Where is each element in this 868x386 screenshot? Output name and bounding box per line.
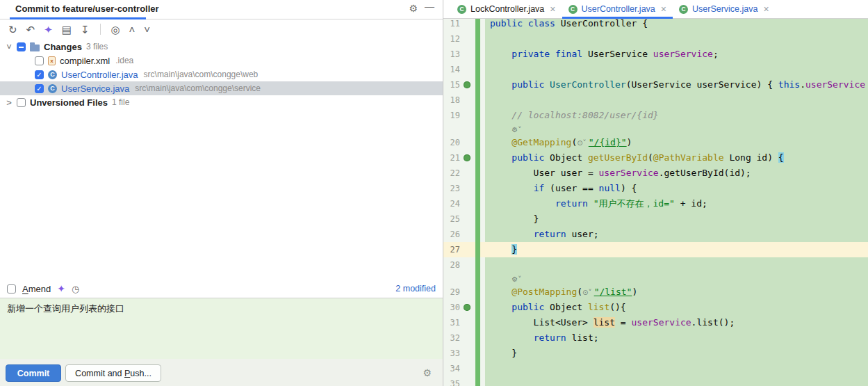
code-line[interactable]: 21 public Object getUserById(@PathVariab… [443, 150, 868, 166]
code-text[interactable]: User user = userService.getUserById(id); [485, 166, 868, 181]
code-text[interactable]: } [485, 242, 868, 257]
line-number: 24 [443, 196, 460, 211]
code-line[interactable]: 12 [443, 31, 868, 47]
shelve-icon[interactable]: ↧ [81, 24, 90, 35]
code-text[interactable]: public class UserController { [485, 19, 868, 31]
code-line[interactable]: 32 return list; [443, 330, 868, 346]
code-text[interactable]: public Object getUserById(@PathVariable … [485, 150, 868, 166]
code-text[interactable]: List<User> list = userService.list(); [485, 315, 868, 330]
code-line[interactable]: 26 return user; [443, 227, 868, 242]
code-text[interactable]: public Object list(){ [485, 300, 868, 315]
code-text[interactable]: ⚙˅ [485, 273, 868, 284]
expand-all-icon[interactable]: ˄ [129, 24, 136, 35]
refresh-icon[interactable]: ↻ [8, 24, 17, 35]
code-line[interactable]: 19 // localhost:8082/user/{id} [443, 108, 868, 123]
settings-gear-icon[interactable]: ⚙ [409, 3, 418, 14]
code-line[interactable]: 15 public UserController(UserService use… [443, 77, 868, 93]
url-inlay-icon[interactable]: ⚙˅ [511, 275, 521, 283]
editor-tab[interactable]: CLockController.java× [451, 0, 562, 18]
hide-toolwindow-icon[interactable]: — [425, 1, 434, 12]
request-mapping-gutter-icon[interactable] [460, 300, 474, 315]
code-text[interactable]: return user; [485, 227, 868, 242]
code-line[interactable]: 28 [443, 257, 868, 273]
inlay-hint-row[interactable]: ⚙˅ [443, 123, 868, 135]
commit-button[interactable]: Commit [6, 364, 61, 382]
url-inlay-icon[interactable]: ⊙˅ [582, 289, 594, 296]
code-line[interactable]: 11public class UserController { [443, 19, 868, 31]
close-tab-icon[interactable]: × [661, 4, 666, 14]
url-inlay-icon[interactable]: ⚙˅ [511, 126, 521, 134]
code-line[interactable]: 27 } [443, 242, 868, 257]
modified-files-link[interactable]: 2 modified [395, 284, 436, 293]
unversioned-files-node[interactable]: ˃ Unversioned Files 1 file [0, 95, 443, 109]
code-line[interactable]: 34 [443, 361, 868, 376]
code-text[interactable]: if (user == null) { [485, 181, 868, 196]
url-inlay-icon[interactable]: ⊙˅ [577, 139, 589, 147]
file-row[interactable]: CUserService.javasrc\main\java\com\congg… [0, 81, 443, 95]
chevron-right-icon[interactable]: ˃ [6, 97, 13, 108]
code-line[interactable]: 30 public Object list(){ [443, 300, 868, 315]
inlay-hint-row[interactable]: ⚙˅ [443, 273, 868, 284]
code-text[interactable] [485, 62, 868, 77]
file-row[interactable]: CUserController.javasrc\main\java\com\co… [0, 67, 443, 81]
commit-message-input[interactable]: 新增一个查询用户列表的接口 [7, 303, 436, 315]
chevron-down-icon[interactable]: ˅ [6, 42, 13, 52]
code-line[interactable]: 13 private final UserService userService… [443, 47, 868, 62]
code-text[interactable] [485, 361, 868, 376]
file-checkbox[interactable] [35, 84, 44, 93]
line-number: 20 [443, 135, 460, 150]
request-mapping-gutter-icon[interactable] [460, 150, 474, 166]
file-checkbox[interactable] [35, 56, 44, 65]
code-text[interactable]: } [485, 211, 868, 227]
rollback-icon[interactable]: ↶ [26, 24, 35, 35]
code-text[interactable]: return "用户不存在，id=" + id; [485, 196, 868, 211]
unversioned-checkbox[interactable] [17, 98, 26, 107]
ai-commit-message-icon[interactable]: ✦ [44, 24, 53, 35]
code-text[interactable]: ⚙˅ [485, 123, 868, 135]
amend-label[interactable]: Amend [22, 284, 51, 294]
code-line[interactable]: 35 [443, 376, 868, 386]
code-text[interactable]: @PostMapping(⊙˅ "/list") [485, 284, 868, 300]
line-number: 26 [443, 227, 460, 242]
commit-message-area[interactable]: 新增一个查询用户列表的接口 [0, 298, 443, 359]
changes-checkbox[interactable] [17, 42, 26, 51]
code-line[interactable]: 20 @GetMapping(⊙˅ "/{id}") [443, 135, 868, 150]
file-row[interactable]: xcompiler.xml.idea [0, 54, 443, 67]
spring-bean-gutter-icon[interactable] [460, 77, 474, 93]
code-text[interactable] [485, 376, 868, 386]
changes-node[interactable]: ˅ Changes 3 files [0, 40, 443, 54]
code-text[interactable] [485, 257, 868, 273]
code-text[interactable] [485, 31, 868, 47]
code-line[interactable]: 18 [443, 93, 868, 108]
code-line[interactable]: 25 } [443, 211, 868, 227]
code-text[interactable] [485, 93, 868, 108]
editor-tab[interactable]: CUserService.java× [673, 0, 776, 18]
code-line[interactable]: 24 return "用户不存在，id=" + id; [443, 196, 868, 211]
code-text[interactable]: private final UserService userService; [485, 47, 868, 62]
editor-tab[interactable]: CUserController.java× [562, 0, 673, 18]
close-tab-icon[interactable]: × [550, 4, 555, 14]
code-line[interactable]: 29 @PostMapping(⊙˅ "/list") [443, 284, 868, 300]
code-line[interactable]: 22 User user = userService.getUserById(i… [443, 166, 868, 181]
code-text[interactable]: @GetMapping(⊙˅ "/{id}") [485, 135, 868, 150]
ai-generate-message-icon[interactable]: ✦ [57, 283, 65, 294]
code-text[interactable]: public UserController(UserService userSe… [485, 77, 868, 93]
collapse-all-icon[interactable]: ˅ [144, 24, 150, 35]
code-text[interactable]: return list; [485, 330, 868, 346]
code-text[interactable]: // localhost:8082/user/{id} [485, 108, 868, 123]
code-line[interactable]: 31 List<User> list = userService.list(); [443, 315, 868, 330]
commit-and-push-button[interactable]: Commit and Push... [65, 364, 161, 382]
code-line[interactable]: 23 if (user == null) { [443, 181, 868, 196]
commit-options-gear-icon[interactable]: ⚙ [423, 367, 432, 378]
close-tab-icon[interactable]: × [763, 4, 769, 14]
code-text[interactable]: } [485, 346, 868, 361]
preview-diff-icon[interactable]: ◎ [111, 24, 120, 35]
code-line[interactable]: 33 } [443, 346, 868, 361]
file-checkbox[interactable] [35, 70, 44, 79]
show-diff-icon[interactable]: ▤ [62, 24, 72, 35]
unversioned-label: Unversioned Files [30, 97, 108, 108]
amend-checkbox[interactable] [7, 284, 16, 293]
line-number: 27 [443, 242, 460, 257]
code-line[interactable]: 14 [443, 62, 868, 77]
message-history-icon[interactable]: ◷ [72, 284, 79, 294]
